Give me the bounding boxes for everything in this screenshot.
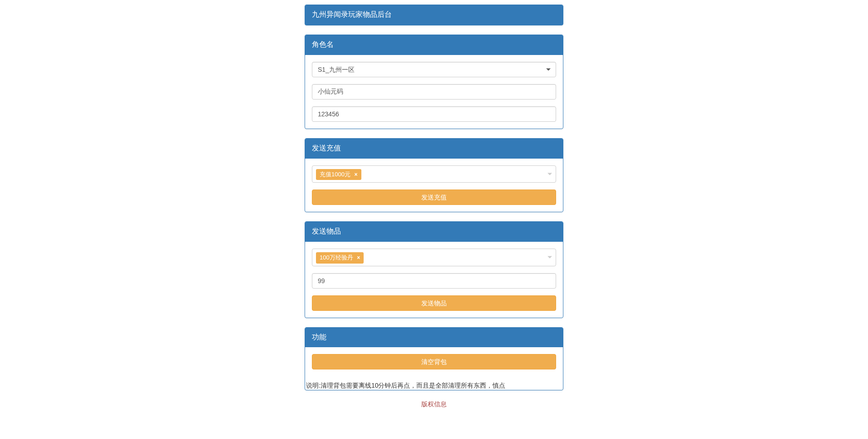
- page-title: 九州异闻录玩家物品后台: [312, 10, 556, 20]
- item-multiselect[interactable]: 100万经验丹 ×: [312, 249, 556, 266]
- clear-bag-button[interactable]: 清空背包: [312, 354, 556, 369]
- character-panel: 角色名 S1_九州一区: [305, 35, 563, 129]
- character-name-input[interactable]: [312, 84, 556, 100]
- chevron-down-icon[interactable]: [547, 256, 552, 259]
- function-panel: 功能 清空背包 说明:清理背包需要离线10分钟后再点，而且是全部清理所有东西，慎…: [305, 327, 563, 391]
- character-id-input[interactable]: [312, 106, 556, 122]
- function-panel-title: 功能: [312, 332, 556, 343]
- header-panel-heading: 九州异闻录玩家物品后台: [305, 5, 563, 25]
- recharge-multiselect[interactable]: 充值1000元 ×: [312, 165, 556, 183]
- function-panel-heading: 功能: [305, 328, 563, 348]
- send-recharge-button[interactable]: 发送充值: [312, 190, 556, 205]
- remove-tag-icon[interactable]: ×: [357, 254, 360, 261]
- item-panel-heading: 发送物品: [305, 222, 563, 242]
- item-quantity-input[interactable]: [312, 273, 556, 289]
- item-tag: 100万经验丹 ×: [316, 252, 364, 264]
- item-panel-title: 发送物品: [312, 226, 556, 237]
- remove-tag-icon[interactable]: ×: [355, 171, 358, 178]
- server-select[interactable]: S1_九州一区: [312, 62, 556, 77]
- item-tag-label: 100万经验丹: [320, 254, 353, 261]
- footer-copyright: 版权信息: [305, 399, 563, 409]
- item-panel: 发送物品 100万经验丹 × 发送物品: [305, 221, 563, 318]
- recharge-panel: 发送充值 充值1000元 × 发送充值: [305, 138, 563, 212]
- recharge-panel-heading: 发送充值: [305, 139, 563, 159]
- character-panel-title: 角色名: [312, 40, 556, 50]
- function-note: 说明:清理背包需要离线10分钟后再点，而且是全部清理所有东西，慎点: [305, 381, 563, 390]
- chevron-down-icon[interactable]: [547, 173, 552, 175]
- recharge-tag: 充值1000元 ×: [316, 169, 361, 180]
- recharge-tag-label: 充值1000元: [320, 171, 350, 178]
- recharge-panel-title: 发送充值: [312, 143, 556, 154]
- character-panel-heading: 角色名: [305, 35, 563, 55]
- header-panel: 九州异闻录玩家物品后台: [305, 5, 563, 25]
- send-item-button[interactable]: 发送物品: [312, 295, 556, 311]
